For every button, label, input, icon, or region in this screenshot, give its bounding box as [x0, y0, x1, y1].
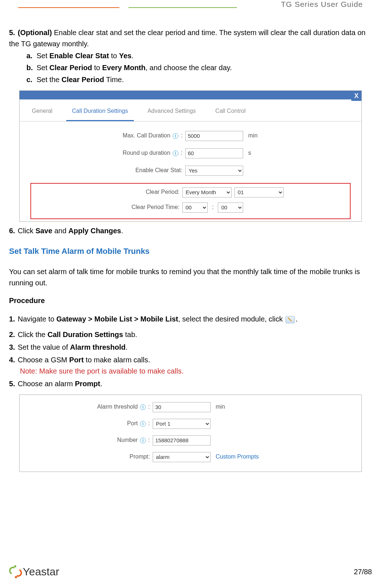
step-text: Choose a GSM Port to make alarm calls. — [18, 356, 150, 364]
tab-call-duration-settings[interactable]: Call Duration Settings — [66, 103, 134, 121]
section-intro: You can set alarm of talk time for mobil… — [9, 266, 372, 289]
brand-logo: Yeastar — [9, 565, 59, 578]
info-icon[interactable]: i — [140, 404, 146, 410]
label-alarm-threshold: Alarm threshold i : — [30, 402, 150, 412]
tab-advanced-settings[interactable]: Advanced Settings — [142, 103, 202, 121]
step-text: Set the value of Alarm threshold. — [18, 343, 127, 351]
label-number: Number i : — [30, 436, 150, 445]
select-clear-minute[interactable]: 00 — [218, 203, 243, 213]
edit-icon[interactable] — [285, 316, 295, 323]
substep-num: a. — [26, 50, 37, 61]
unit-min: min — [248, 131, 258, 140]
info-icon[interactable]: i — [173, 150, 178, 156]
substep-text: Set Clear Period to Every Month, and cho… — [37, 64, 232, 72]
page-number: 27/88 — [354, 568, 372, 576]
info-icon[interactable]: i — [173, 133, 178, 139]
substep-num: b. — [26, 62, 37, 73]
substep-b: b.Set Clear Period to Every Month, and c… — [26, 62, 372, 73]
highlighted-region: Clear Period: Every Month 01 Clear Perio… — [30, 183, 351, 219]
procedure-heading: Procedure — [9, 295, 372, 306]
step-optional: (Optional) — [18, 29, 52, 37]
substep-text: Set the Clear Period Time. — [37, 76, 124, 84]
step-num: 6. — [9, 225, 18, 237]
select-prompt[interactable]: alarm — [153, 452, 211, 462]
unit-min: min — [216, 402, 225, 412]
select-clear-period[interactable]: Every Month — [182, 187, 232, 197]
substep-text: Set Enable Clear Stat to Yes. — [37, 52, 134, 60]
header-rule-orange — [18, 7, 119, 8]
label-enable-clear-stat: Enable Clear Stat: — [34, 166, 182, 175]
select-enable-clear-stat[interactable]: Yes — [185, 166, 243, 176]
link-custom-prompts[interactable]: Custom Prompts — [216, 452, 259, 461]
select-port[interactable]: Port 1 — [153, 419, 211, 429]
tab-call-control[interactable]: Call Control — [209, 103, 251, 121]
dialog-call-duration: X General Call Duration Settings Advance… — [19, 90, 362, 222]
row-enable-clear-stat: Enable Clear Stat: Yes — [34, 166, 347, 176]
input-round-up-duration[interactable] — [185, 148, 243, 158]
substep-num: c. — [26, 74, 37, 85]
page-header-title: TG Series User Guide — [281, 0, 363, 9]
close-icon[interactable]: X — [351, 91, 361, 101]
label-round-up-duration: Round up duration i : — [34, 149, 182, 158]
dialog-tabs: General Call Duration Settings Advanced … — [20, 99, 361, 122]
substep-c: c.Set the Clear Period Time. — [26, 74, 372, 85]
step-num: 4. — [9, 354, 18, 366]
note-text: Note: Make sure the port is available to… — [9, 366, 372, 377]
row-clear-period-time: Clear Period Time: 00 : 00 — [33, 203, 348, 213]
step-5: 5.(Optional) Enable clear stat and set t… — [9, 27, 372, 85]
row-prompt: Prompt: alarm Custom Prompts — [30, 452, 351, 462]
step-text: Click the Call Duration Settings tab. — [18, 331, 137, 338]
unit-seconds: s — [248, 149, 251, 158]
step-num: 5. — [9, 378, 18, 389]
proc-step-3: 3.Set the value of Alarm threshold. — [9, 342, 372, 353]
label-prompt: Prompt: — [30, 452, 150, 461]
proc-step-1: 1.Navigate to Gateway > Mobile List > Mo… — [9, 314, 372, 325]
time-colon: : — [212, 203, 213, 212]
label-clear-period-time: Clear Period Time: — [33, 203, 179, 212]
tab-general[interactable]: General — [26, 103, 58, 121]
label-port: Port i : — [30, 419, 150, 428]
input-max-call-duration[interactable] — [185, 131, 243, 141]
step-text: Click Save and Apply Changes. — [18, 227, 123, 235]
step-text: Enable clear stat and set the clear peri… — [9, 29, 365, 48]
header-rule-green — [128, 7, 237, 8]
step-num: 1. — [9, 314, 18, 325]
row-port: Port i : Port 1 — [30, 419, 351, 429]
row-round-up-duration: Round up duration i : s — [34, 148, 347, 158]
proc-step-5: 5.Choose an alarm Prompt. — [9, 378, 372, 389]
info-icon[interactable]: i — [140, 438, 146, 443]
row-max-call-duration: Max. Call Duration i : min — [34, 131, 347, 141]
step-text: Choose an alarm Prompt. — [18, 380, 102, 388]
proc-step-4: 4.Choose a GSM Port to make alarm calls.… — [9, 354, 372, 377]
step-num: 5. — [9, 27, 18, 38]
row-alarm-threshold: Alarm threshold i : min — [30, 402, 351, 412]
section-heading: Set Talk Time Alarm of Mobile Trunks — [9, 245, 372, 257]
row-clear-period: Clear Period: Every Month 01 — [33, 187, 348, 197]
dialog-alarm-settings: Alarm threshold i : min Port i : Port 1 … — [19, 395, 362, 472]
input-alarm-threshold[interactable] — [153, 402, 211, 412]
step-num: 2. — [9, 329, 18, 340]
dialog-titlebar: X — [20, 91, 361, 99]
select-clear-hour[interactable]: 00 — [182, 203, 208, 213]
row-number: Number i : — [30, 435, 351, 446]
step-text: Navigate to Gateway > Mobile List > Mobi… — [18, 315, 285, 323]
label-max-call-duration: Max. Call Duration i : — [34, 131, 182, 140]
step-num: 3. — [9, 342, 18, 353]
select-clear-day[interactable]: 01 — [234, 187, 284, 197]
brand-logo-icon — [9, 565, 22, 578]
proc-step-2: 2.Click the Call Duration Settings tab. — [9, 329, 372, 340]
info-icon[interactable]: i — [140, 421, 146, 427]
step-6: 6.Click Save and Apply Changes. — [9, 225, 372, 237]
substep-a: a.Set Enable Clear Stat to Yes. — [26, 50, 372, 61]
label-clear-period: Clear Period: — [33, 188, 179, 197]
brand-name: Yeastar — [23, 566, 59, 578]
input-number[interactable] — [153, 435, 211, 446]
step-text-tail: . — [296, 315, 298, 323]
